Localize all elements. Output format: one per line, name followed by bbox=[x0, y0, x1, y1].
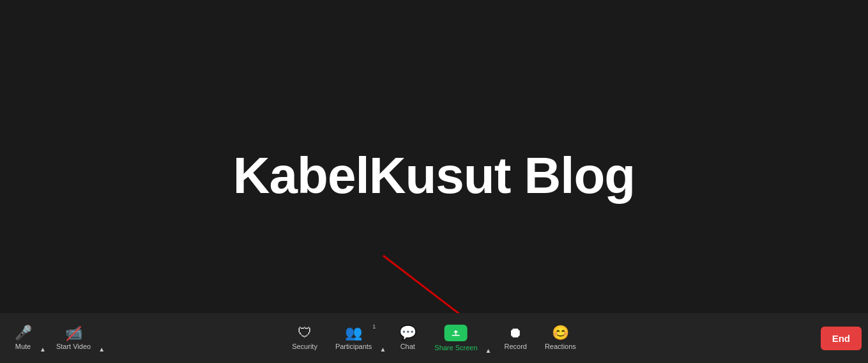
chat-button[interactable]: 💬 Chat bbox=[391, 322, 424, 354]
security-icon: 🛡 bbox=[298, 326, 312, 340]
mute-button[interactable]: 🎤 Mute bbox=[6, 322, 40, 354]
toolbar-right: End bbox=[821, 327, 862, 350]
share-screen-button[interactable]: Share Screen bbox=[427, 321, 485, 355]
participants-icon: 👥 bbox=[345, 326, 362, 340]
reactions-button[interactable]: 😊 Reactions bbox=[537, 322, 584, 354]
start-video-label: Start Video bbox=[56, 343, 91, 350]
security-button[interactable]: 🛡 Security bbox=[284, 322, 325, 354]
mute-label: Mute bbox=[15, 343, 31, 350]
mute-icon: 🎤 bbox=[15, 326, 32, 340]
end-button[interactable]: End bbox=[821, 327, 862, 350]
participants-group: 👥 1 Participants ▲ bbox=[328, 322, 388, 354]
video-icon: 📹 bbox=[65, 326, 82, 340]
record-button[interactable]: ⏺ Record bbox=[496, 322, 534, 354]
participants-button[interactable]: 👥 1 Participants bbox=[328, 322, 379, 354]
video-group: 📹 Start Video ▲ bbox=[49, 322, 107, 354]
chat-label: Chat bbox=[400, 343, 415, 350]
share-screen-group: Share Screen ▲ bbox=[427, 321, 494, 355]
record-icon: ⏺ bbox=[508, 326, 522, 340]
main-content: KabelKusut Blog 🎤 Mute ▲ bbox=[0, 0, 868, 363]
blog-title: KabelKusut Blog bbox=[233, 146, 635, 205]
participant-count: 1 bbox=[372, 323, 376, 330]
share-screen-icon bbox=[445, 325, 468, 341]
reactions-label: Reactions bbox=[545, 343, 576, 350]
reactions-icon: 😊 bbox=[552, 326, 569, 340]
toolbar-left: 🎤 Mute ▲ 📹 Start Video ▲ bbox=[6, 322, 107, 354]
chat-icon: 💬 bbox=[399, 326, 416, 340]
toolbar: 🎤 Mute ▲ 📹 Start Video ▲ 🛡 Security bbox=[0, 313, 868, 363]
start-video-button[interactable]: 📹 Start Video bbox=[49, 322, 98, 354]
share-screen-label: Share Screen bbox=[434, 344, 477, 351]
mute-group: 🎤 Mute ▲ bbox=[6, 322, 49, 354]
security-label: Security bbox=[292, 343, 317, 350]
record-label: Record bbox=[504, 343, 526, 350]
toolbar-center: 🛡 Security 👥 1 Participants ▲ 💬 Chat bbox=[284, 321, 584, 355]
participants-label: Participants bbox=[335, 343, 372, 350]
